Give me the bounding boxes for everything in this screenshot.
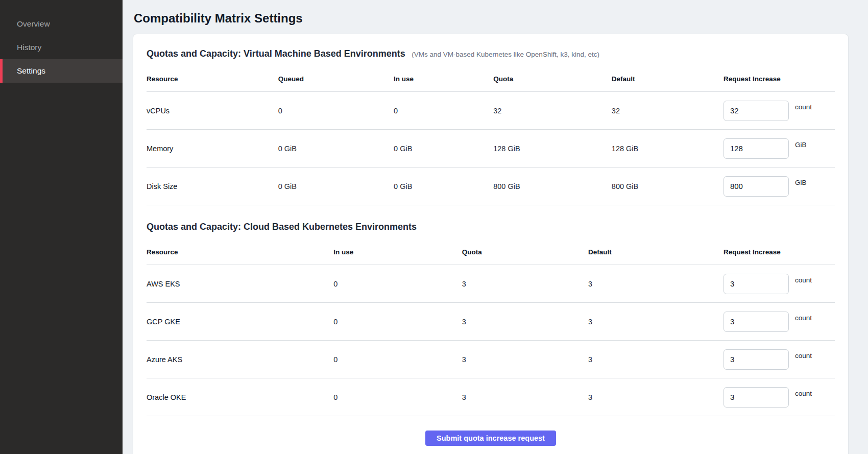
vm-section-header: Quotas and Capacity: Virtual Machine Bas… — [147, 49, 835, 59]
page-title: Compatibility Matrix Settings — [134, 11, 849, 26]
quota-value: 3 — [462, 318, 588, 326]
request-increase-input[interactable] — [724, 138, 789, 159]
in-use-value: 0 — [394, 107, 493, 115]
quota-value: 800 GiB — [493, 182, 612, 190]
request-increase-input[interactable] — [724, 387, 789, 408]
sidebar: Overview History Settings — [0, 0, 123, 454]
main-content: Compatibility Matrix Settings Quotas and… — [123, 0, 868, 454]
quota-value: 3 — [462, 393, 588, 401]
column-header-in-use: In use — [394, 75, 493, 83]
request-increase-cell: count — [724, 101, 835, 121]
submit-row: Submit quota increase request — [147, 416, 835, 453]
request-increase-cell: count — [724, 312, 835, 332]
column-header-request-increase: Request Increase — [724, 248, 835, 256]
in-use-value: 0 — [333, 393, 462, 401]
unit-label: count — [795, 103, 812, 111]
resource-name: Disk Size — [147, 182, 278, 190]
request-increase-cell: count — [724, 349, 835, 370]
default-value: 800 GiB — [612, 182, 724, 190]
unit-label: count — [795, 276, 812, 284]
in-use-value: 0 — [333, 280, 462, 288]
vm-section-title: Quotas and Capacity: Virtual Machine Bas… — [147, 49, 405, 59]
request-increase-input[interactable] — [724, 274, 789, 294]
table-row-aws-eks: AWS EKS 0 3 3 count — [147, 265, 835, 303]
vm-section-subtitle: (VMs and VM-based Kubernetes like OpenSh… — [412, 51, 599, 58]
quota-value: 32 — [493, 107, 612, 115]
default-value: 128 GiB — [612, 145, 724, 153]
quota-value: 3 — [462, 280, 588, 288]
in-use-value: 0 — [333, 318, 462, 326]
default-value: 3 — [588, 393, 724, 401]
table-row-memory: Memory 0 GiB 0 GiB 128 GiB 128 GiB GiB — [147, 130, 835, 168]
table-row-azure-aks: Azure AKS 0 3 3 count — [147, 341, 835, 378]
column-header-queued: Queued — [278, 75, 394, 83]
column-header-default: Default — [612, 75, 724, 83]
settings-card: Quotas and Capacity: Virtual Machine Bas… — [133, 34, 849, 454]
unit-label: count — [795, 314, 812, 322]
default-value: 32 — [612, 107, 724, 115]
column-header-default: Default — [588, 248, 724, 256]
in-use-value: 0 GiB — [394, 182, 493, 190]
sidebar-item-history[interactable]: History — [0, 36, 123, 59]
cloud-section-title: Quotas and Capacity: Cloud Based Kuberne… — [147, 222, 417, 232]
quota-value: 128 GiB — [493, 145, 612, 153]
request-increase-cell: count — [724, 274, 835, 294]
in-use-value: 0 — [333, 355, 462, 364]
column-header-resource: Resource — [147, 75, 278, 83]
unit-label: count — [795, 390, 812, 397]
request-increase-input[interactable] — [724, 101, 789, 121]
column-header-in-use: In use — [333, 248, 462, 256]
resource-name: Azure AKS — [147, 355, 333, 364]
table-row-disk-size: Disk Size 0 GiB 0 GiB 800 GiB 800 GiB Gi… — [147, 168, 835, 205]
app-root: Overview History Settings Compatibility … — [0, 0, 868, 454]
table-row-vcpus: vCPUs 0 0 32 32 count — [147, 92, 835, 130]
request-increase-cell: GiB — [724, 176, 835, 197]
resource-name: Oracle OKE — [147, 393, 333, 401]
resource-name: AWS EKS — [147, 280, 333, 288]
resource-name: Memory — [147, 145, 278, 153]
quota-value: 3 — [462, 355, 588, 364]
cloud-table-header-row: Resource In use Quota Default Request In… — [147, 240, 835, 265]
queued-value: 0 GiB — [278, 145, 394, 153]
column-header-quota: Quota — [493, 75, 612, 83]
request-increase-cell: count — [724, 387, 835, 408]
sidebar-item-settings[interactable]: Settings — [0, 59, 123, 83]
sidebar-nav: Overview History Settings — [0, 12, 123, 83]
column-header-quota: Quota — [462, 248, 588, 256]
queued-value: 0 — [278, 107, 394, 115]
table-row-oracle-oke: Oracle OKE 0 3 3 count — [147, 378, 835, 416]
request-increase-cell: GiB — [724, 138, 835, 159]
table-row-gcp-gke: GCP GKE 0 3 3 count — [147, 303, 835, 341]
resource-name: GCP GKE — [147, 318, 333, 326]
submit-quota-button[interactable]: Submit quota increase request — [425, 431, 556, 446]
request-increase-input[interactable] — [724, 312, 789, 332]
default-value: 3 — [588, 355, 724, 364]
unit-label: GiB — [795, 179, 807, 186]
default-value: 3 — [588, 318, 724, 326]
sidebar-item-overview[interactable]: Overview — [0, 12, 123, 36]
column-header-resource: Resource — [147, 248, 333, 256]
resource-name: vCPUs — [147, 107, 278, 115]
column-header-request-increase: Request Increase — [724, 75, 835, 83]
default-value: 3 — [588, 280, 724, 288]
cloud-section-header: Quotas and Capacity: Cloud Based Kuberne… — [147, 222, 835, 232]
request-increase-input[interactable] — [724, 176, 789, 197]
in-use-value: 0 GiB — [394, 145, 493, 153]
unit-label: count — [795, 352, 812, 360]
vm-quota-table: Resource Queued In use Quota Default Req… — [147, 66, 835, 205]
request-increase-input[interactable] — [724, 349, 789, 370]
cloud-quota-table: Resource In use Quota Default Request In… — [147, 240, 835, 416]
queued-value: 0 GiB — [278, 182, 394, 190]
vm-table-header-row: Resource Queued In use Quota Default Req… — [147, 66, 835, 92]
unit-label: GiB — [795, 141, 807, 149]
